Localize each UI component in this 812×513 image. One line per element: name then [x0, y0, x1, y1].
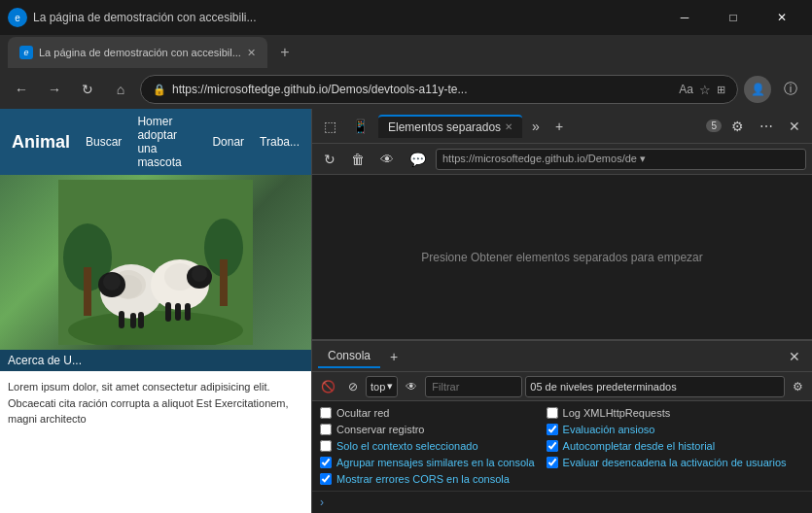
device-toolbar-button[interactable]: 📱 — [346, 115, 374, 138]
opt-agrupar-row[interactable]: Agrupar mensajes similares en la consola — [320, 457, 535, 468]
close-button[interactable]: ✕ — [759, 2, 804, 33]
ocultar-red-label: Ocultar red — [336, 407, 389, 419]
browser-icon: e — [8, 8, 27, 27]
collections-icon[interactable]: ⊞ — [717, 84, 725, 96]
log-xml-label: Log XMLHttpRequests — [563, 407, 671, 419]
block-icon: ⊘ — [348, 380, 358, 393]
svg-rect-11 — [119, 311, 124, 328]
opt-log-xml-row[interactable]: Log XMLHttpRequests — [547, 407, 787, 419]
agrupar-checkbox[interactable] — [320, 457, 332, 468]
opt-evaluar-row[interactable]: Evaluar desencadena la activación de usu… — [547, 457, 787, 468]
webpage-logo: Animal — [12, 132, 70, 153]
opt-autocompletar-row[interactable]: Autocompletar desde el historial — [547, 440, 787, 452]
console-new-tab-button[interactable]: + — [384, 345, 404, 368]
main-tab[interactable]: e La página de demostración con accesibi… — [8, 37, 267, 68]
conservar-checkbox[interactable] — [320, 424, 332, 435]
cors-checkbox[interactable] — [320, 473, 332, 485]
tab-elementos-close[interactable]: ✕ — [505, 121, 512, 132]
chevron-down-icon: ▾ — [387, 380, 393, 393]
add-tab-button[interactable]: + — [549, 115, 569, 138]
url-text: https://microsoftedge.github.io/Demos/de… — [172, 83, 673, 96]
forward-button[interactable]: → — [41, 76, 68, 103]
console-options-left: Ocultar red Conservar registro Solo el c… — [320, 407, 535, 485]
info-button[interactable]: ⓘ — [777, 76, 804, 103]
ocultar-red-checkbox[interactable] — [320, 407, 332, 419]
clear-console-button[interactable]: 🚫 — [316, 378, 340, 395]
console-toolbar: 🚫 ⊘ top ▾ 👁 05 de niveles predeterminado… — [312, 372, 812, 401]
body-text: Lorem ipsum dolor, sit amet consectetur … — [8, 381, 289, 425]
console-close-button[interactable]: ✕ — [783, 345, 806, 368]
toolbar-eye-button[interactable]: 👁 — [374, 148, 400, 171]
nav-buscar[interactable]: Buscar — [86, 135, 122, 149]
back-button[interactable]: ← — [8, 76, 35, 103]
console-options: Ocultar red Conservar registro Solo el c… — [312, 401, 812, 492]
more-options-button[interactable]: ⋯ — [754, 115, 779, 138]
svg-rect-12 — [130, 313, 136, 328]
profile-button[interactable]: 👤 — [744, 76, 771, 103]
toolbar-delete-button[interactable]: 🗑 — [345, 148, 371, 171]
opt-solo-contexto-row[interactable]: Solo el contexto seleccionado — [320, 440, 535, 452]
console-tab-label: Consola — [328, 349, 371, 362]
nav-donar[interactable]: Donar — [212, 135, 244, 149]
tab-close-icon[interactable]: ✕ — [247, 47, 256, 59]
opt-cors-row[interactable]: Mostrar errores CORS en la consola — [320, 473, 535, 485]
eye-filter-button[interactable]: 👁 — [401, 378, 422, 395]
autocompletar-checkbox[interactable] — [547, 440, 558, 452]
tab-elementos-separados[interactable]: Elementos separados ✕ — [378, 115, 522, 138]
new-tab-button[interactable]: + — [271, 39, 299, 66]
levels-label: 05 de niveles predeterminados — [530, 381, 676, 393]
block-button[interactable]: ⊘ — [343, 378, 363, 395]
window-controls: ─ □ ✕ — [662, 2, 804, 33]
tab-favicon: e — [19, 46, 33, 59]
notification-badge: 5 — [706, 120, 722, 132]
url-input[interactable]: https://microsoftedge.github.io/Demos/de… — [436, 149, 806, 170]
console-settings-button[interactable]: ⚙ — [788, 378, 808, 395]
elements-hint-text: Presione Obtener elementos separados par… — [421, 251, 703, 264]
log-xml-checkbox[interactable] — [547, 407, 558, 419]
top-label: top — [371, 381, 385, 393]
webpage-body: Lorem ipsum dolor, sit amet consectetur … — [0, 371, 311, 435]
settings-button[interactable]: ⚙ — [725, 115, 750, 138]
context-selector[interactable]: top ▾ — [366, 376, 398, 397]
webpage-nav: Animal Buscar Homer adoptar una mascota … — [0, 109, 311, 175]
conservar-label: Conservar registro — [336, 424, 424, 435]
address-bar[interactable]: 🔒 https://microsoftedge.github.io/Demos/… — [140, 75, 738, 104]
toolbar-refresh-button[interactable]: ↻ — [318, 148, 341, 171]
opt-ocultar-row[interactable]: Ocultar red — [320, 407, 535, 419]
main-area: Animal Buscar Homer adoptar una mascota … — [0, 109, 812, 513]
solo-contexto-checkbox[interactable] — [320, 440, 332, 452]
star-icon[interactable]: ☆ — [699, 83, 711, 97]
inspect-element-button[interactable]: ⬚ — [318, 115, 342, 138]
svg-rect-20 — [185, 303, 191, 321]
opt-conservar-row[interactable]: Conservar registro — [320, 424, 535, 435]
console-options-right: Log XMLHttpRequests Evaluación ansioso A… — [547, 407, 787, 485]
levels-selector[interactable]: 05 de niveles predeterminados — [525, 376, 785, 397]
opt-evaluacion-row[interactable]: Evaluación ansioso — [547, 424, 787, 435]
evaluar-checkbox[interactable] — [547, 457, 558, 468]
agrupar-label: Agrupar mensajes similares en la consola — [336, 457, 535, 468]
refresh-button[interactable]: ↻ — [74, 76, 101, 103]
devtools-secondary-toolbar: ↻ 🗑 👁 💬 https://microsoftedge.github.io/… — [312, 144, 812, 175]
webpage-hero-image — [0, 175, 311, 350]
nav-trabajo[interactable]: Traba... — [260, 135, 300, 149]
nav-adoptar[interactable]: Homer adoptar una mascota — [137, 115, 196, 169]
subheader-text: Acerca de U... — [8, 354, 82, 367]
console-settings-icon: ⚙ — [793, 380, 803, 393]
toolbar-comment-button[interactable]: 💬 — [404, 148, 432, 171]
filter-input[interactable] — [425, 376, 522, 397]
more-tabs-button[interactable]: » — [526, 115, 546, 138]
webpage-content: Animal Buscar Homer adoptar una mascota … — [0, 109, 311, 513]
minimize-button[interactable]: ─ — [662, 2, 707, 33]
lock-icon: 🔒 — [153, 84, 166, 96]
evaluacion-label: Evaluación ansioso — [563, 424, 655, 435]
console-tab[interactable]: Consola — [318, 345, 380, 368]
home-button[interactable]: ⌂ — [107, 76, 134, 103]
read-aloud-icon: Aa — [679, 83, 693, 96]
solo-contexto-label: Solo el contexto seleccionado — [336, 440, 478, 452]
titlebar: e La página de demostración con accesibi… — [0, 0, 812, 35]
devtools-close-button[interactable]: ✕ — [783, 115, 806, 138]
evaluacion-checkbox[interactable] — [547, 424, 558, 435]
console-panel: Consola + ✕ 🚫 ⊘ top ▾ — [312, 340, 812, 513]
address-bar-container: ← → ↻ ⌂ 🔒 https://microsoftedge.github.i… — [0, 70, 812, 109]
maximize-button[interactable]: □ — [711, 2, 756, 33]
